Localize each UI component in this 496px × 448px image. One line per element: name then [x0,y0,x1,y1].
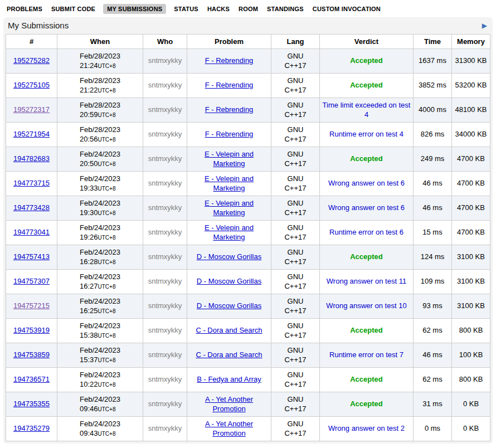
verdict-cell: Runtime error on test 4 [320,123,414,147]
user-link[interactable]: sntmxykky [148,105,182,114]
problem-link[interactable]: F - Rebrending [205,81,254,89]
submission-date: Feb/28/2023 [80,52,120,61]
submission-id-link[interactable]: 194757215 [13,301,50,310]
exec-time-cell: 1637 ms [414,49,452,74]
user-link[interactable]: sntmxykky [148,130,182,138]
submission-id-link[interactable]: 194782683 [13,154,50,163]
exec-time-cell: 15 ms [414,221,452,245]
lang-cell: GNU C++17 [271,343,320,368]
collapse-arrow-icon[interactable]: ▶ [482,22,488,29]
user-link[interactable]: sntmxykky [148,154,182,163]
language-label: GNU C++17 [283,76,308,95]
submission-id-link[interactable]: 195272317 [13,105,50,114]
user-link[interactable]: sntmxykky [148,326,182,334]
column-header-5: Verdict [320,35,414,49]
memory-cell: 800 KB [452,368,490,392]
exec-time-cell: 62 ms [414,319,452,343]
submission-id-link[interactable]: 195275105 [13,81,50,89]
problem-link[interactable]: C - Dora and Search [196,350,262,359]
lang-cell: GNU C++17 [271,245,320,270]
timezone-label: UTC+8 [98,186,116,192]
problem-link[interactable]: E - Velepin and Marketing [205,174,254,192]
user-link[interactable]: sntmxykky [148,203,182,212]
who-cell: sntmxykky [143,172,187,196]
table-row: 195272317 Feb/28/2023 20:59UTC+8 sntmxyk… [6,98,490,123]
lang-cell: GNU C++17 [271,74,320,98]
problem-link[interactable]: F - Rebrending [205,130,254,138]
exec-time-cell: 124 ms [414,245,452,270]
user-link[interactable]: sntmxykky [148,375,182,383]
submission-date: Feb/28/2023 [80,76,120,86]
problem-link[interactable]: D - Moscow Gorillas [197,252,261,261]
user-link[interactable]: sntmxykky [148,301,182,310]
memory-cell: 0 KB [452,417,490,441]
table-row: 195275105 Feb/28/2023 21:22UTC+8 sntmxyk… [6,74,490,98]
submission-id-link[interactable]: 194735355 [13,400,50,408]
nav-item-problems[interactable]: PROBLEMS [6,4,43,14]
submission-date: Feb/24/2023 [80,272,120,282]
problem-link[interactable]: E - Velepin and Marketing [205,199,254,217]
lang-cell: GNU C++17 [271,417,320,441]
nav-item-room[interactable]: ROOM [237,4,259,14]
problem-link[interactable]: E - Velepin and Marketing [205,223,254,241]
verdict-cell: Wrong answer on test 6 [320,196,414,221]
memory-cell: 800 KB [452,319,490,343]
submission-date: Feb/24/2023 [80,199,120,208]
problem-cell: F - Rebrending [187,49,271,74]
user-link[interactable]: sntmxykky [148,179,182,187]
problem-link[interactable]: B - Fedya and Array [197,375,261,383]
user-link[interactable]: sntmxykky [148,252,182,261]
submission-id-link[interactable]: 195271954 [13,130,50,138]
nav-item-hacks[interactable]: HACKS [206,4,231,14]
problem-link[interactable]: C - Dora and Search [196,326,262,334]
verdict-cell: Accepted [320,49,414,74]
submission-id-link[interactable]: 194773428 [13,203,50,212]
problem-link[interactable]: F - Rebrending [205,56,254,65]
submission-id-link[interactable]: 195275282 [13,56,50,65]
id-cell: 195275282 [6,49,57,74]
submission-id-link[interactable]: 194735279 [13,424,50,432]
column-header-2: Who [143,35,187,49]
exec-time-cell: 0 ms [414,417,452,441]
submission-id-link[interactable]: 194773041 [13,228,50,236]
nav-item-my-submissions[interactable]: MY SUBMISSIONS [103,4,166,14]
user-link[interactable]: sntmxykky [148,228,182,236]
exec-time-cell: 46 ms [414,343,452,368]
user-link[interactable]: sntmxykky [148,350,182,359]
who-cell: sntmxykky [143,245,187,270]
nav-item-status[interactable]: STATUS [173,4,200,14]
user-link[interactable]: sntmxykky [148,424,182,432]
memory-cell: 48100 KB [452,98,490,123]
submission-id-link[interactable]: 194753859 [13,350,50,359]
user-link[interactable]: sntmxykky [148,400,182,408]
submissions-table: #WhenWhoProblemLangVerdictTimeMemory 195… [6,34,490,441]
column-header-3: Problem [187,35,271,49]
submission-time: 21:24 [80,61,98,70]
nav-item-custom-invocation[interactable]: CUSTOM INVOCATION [312,4,382,14]
table-row: 194736571 Feb/24/2023 10:22UTC+8 sntmxyk… [6,368,490,392]
when-cell: Feb/24/2023 10:22UTC+8 [57,368,143,392]
who-cell: sntmxykky [143,392,187,417]
submission-id-link[interactable]: 194757413 [13,252,50,261]
memory-cell: 53200 KB [452,74,490,98]
user-link[interactable]: sntmxykky [148,277,182,285]
timezone-label: UTC+8 [98,333,116,339]
problem-link[interactable]: F - Rebrending [205,105,254,114]
submission-id-link[interactable]: 194773715 [13,179,50,187]
verdict: Wrong answer on test 10 [326,301,406,310]
problem-link[interactable]: A - Yet Another Promotion [205,395,253,413]
submission-id-link[interactable]: 194757307 [13,277,50,285]
nav-item-submit-code[interactable]: SUBMIT CODE [50,4,96,14]
problem-link[interactable]: D - Moscow Gorillas [197,277,261,285]
user-link[interactable]: sntmxykky [148,81,182,89]
submission-id-link[interactable]: 194753919 [13,326,50,334]
problem-link[interactable]: A - Yet Another Promotion [205,420,253,437]
problem-link[interactable]: D - Moscow Gorillas [197,301,261,310]
when-cell: Feb/28/2023 20:59UTC+8 [57,98,143,123]
user-link[interactable]: sntmxykky [148,56,182,65]
table-row: 194753859 Feb/24/2023 15:37UTC+8 sntmxyk… [6,343,490,368]
memory-cell: 100 KB [452,343,490,368]
nav-item-standings[interactable]: STANDINGS [266,4,305,14]
submission-id-link[interactable]: 194736571 [13,375,50,383]
problem-link[interactable]: E - Velepin and Marketing [205,150,254,168]
